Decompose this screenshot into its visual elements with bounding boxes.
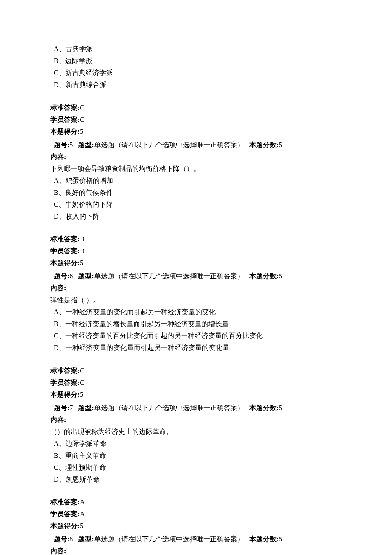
q7-no: 7: [69, 404, 73, 411]
label-stu-answer: 学员答案:: [50, 510, 80, 517]
label-points: 本题分数:: [249, 141, 279, 148]
q5-stu-answer-value: B: [80, 247, 84, 254]
label-earned: 本题得分:: [50, 259, 80, 266]
label-type: 题型:: [78, 272, 94, 280]
q5-std-answer-value: B: [80, 235, 84, 243]
q7-std-answer-value: A: [80, 498, 85, 506]
label-type: 题型:: [78, 141, 94, 148]
q6-stu-answer: 学员答案:C: [50, 377, 342, 389]
label-earned: 本题得分:: [50, 391, 80, 398]
label-stu-answer: 学员答案:: [50, 247, 80, 254]
q6-std-answer-value: C: [80, 367, 84, 374]
q5-no: 5: [69, 141, 73, 148]
q5-stem: 下列哪一项会导致粮食制品的均衡价格下降（）。: [50, 163, 342, 175]
page: A、古典学派 B、边际学派 C、新古典经济学派 D、新古典综合派 标准答案:C …: [0, 0, 392, 555]
q5-earned: 本题得分:5: [50, 257, 342, 269]
q7-header: 题号:7 题型:单选题（请在以下几个选项中选择唯一正确答案） 本题分数:5: [50, 402, 342, 414]
label-std-answer: 标准答案:: [50, 104, 80, 111]
q8-points: 5: [279, 535, 282, 543]
q7-option-d: D、凯恩斯革命: [50, 474, 342, 486]
q4-earned: 本题得分:5: [50, 126, 342, 138]
q5-type: 单选题（请在以下几个选项中选择唯一正确答案）: [94, 141, 244, 148]
q4-option-d: D、新古典综合派: [50, 79, 342, 91]
label-points: 本题分数:: [249, 404, 279, 411]
q8-no: 8: [69, 535, 73, 543]
q6-earned: 本题得分:5: [50, 389, 342, 401]
q6-header: 题号:6 题型:单选题（请在以下几个选项中选择唯一正确答案） 本题分数:5: [50, 270, 342, 282]
q5-option-c: C、牛奶价格的下降: [50, 199, 342, 211]
q6-option-d: D、一种经济变量的变化量而引起另一种经济变量的变化量: [50, 342, 342, 354]
label-question-no: 题号:: [54, 404, 69, 411]
q5-earned-value: 5: [80, 259, 83, 266]
q6-stem: 弹性是指（ ）。: [50, 294, 342, 306]
label-question-no: 题号:: [54, 535, 69, 543]
label-std-answer: 标准答案:: [50, 235, 80, 243]
label-earned: 本题得分:: [50, 128, 80, 135]
label-content: 内容:: [50, 414, 342, 426]
q8-head-cell: 题号:8 题型:单选题（请在以下几个选项中选择唯一正确答案） 本题分数:5 内容…: [49, 533, 343, 555]
q7-type: 单选题（请在以下几个选项中选择唯一正确答案）: [94, 404, 244, 411]
q6-no: 6: [69, 272, 73, 280]
q5-points: 5: [279, 141, 282, 148]
label-std-answer: 标准答案:: [50, 367, 80, 374]
q4-stu-answer-value: C: [80, 116, 84, 123]
q5-cell: 题号:5 题型:单选题（请在以下几个选项中选择唯一正确答案） 本题分数:5 内容…: [49, 139, 343, 271]
label-content: 内容:: [50, 282, 342, 294]
q4-earned-value: 5: [80, 128, 83, 135]
q6-option-c: C、一种经济变量的百分比变化而引起的另一种经济变量的百分比变化: [50, 330, 342, 342]
q7-cell: 题号:7 题型:单选题（请在以下几个选项中选择唯一正确答案） 本题分数:5 内容…: [49, 402, 343, 534]
q5-stu-answer: 学员答案:B: [50, 245, 342, 257]
q4-stu-answer: 学员答案:C: [50, 114, 342, 126]
label-points: 本题分数:: [249, 535, 279, 543]
q7-stem: （）的出现被称为经济史上的边际革命。: [50, 426, 342, 438]
q6-points: 5: [279, 272, 282, 280]
label-content: 内容:: [50, 545, 342, 555]
q7-stu-answer: 学员答案:A: [50, 508, 342, 520]
q7-points: 5: [279, 404, 282, 411]
q4-tail-cell: A、古典学派 B、边际学派 C、新古典经济学派 D、新古典综合派 标准答案:C …: [49, 43, 343, 139]
q6-option-a: A、一种经济变量的变化而引起另一种经济变量的变化: [50, 306, 342, 318]
q6-earned-value: 5: [80, 391, 83, 398]
spacer: [50, 91, 342, 102]
q6-type: 单选题（请在以下几个选项中选择唯一正确答案）: [94, 272, 244, 280]
label-earned: 本题得分:: [50, 522, 80, 529]
document-frame: A、古典学派 B、边际学派 C、新古典经济学派 D、新古典综合派 标准答案:C …: [49, 43, 343, 555]
label-type: 题型:: [78, 535, 94, 543]
q5-std-answer: 标准答案:B: [50, 233, 342, 245]
label-std-answer: 标准答案:: [50, 498, 80, 506]
spacer: [50, 354, 342, 365]
q7-earned: 本题得分:5: [50, 520, 342, 532]
label-question-no: 题号:: [54, 141, 69, 148]
q8-header: 题号:8 题型:单选题（请在以下几个选项中选择唯一正确答案） 本题分数:5: [50, 533, 342, 545]
q7-option-c: C、理性预期革命: [50, 462, 342, 474]
q6-cell: 题号:6 题型:单选题（请在以下几个选项中选择唯一正确答案） 本题分数:5 内容…: [49, 270, 343, 402]
q7-option-a: A、边际学派革命: [50, 438, 342, 450]
q6-stu-answer-value: C: [80, 379, 84, 386]
label-content: 内容:: [50, 151, 342, 163]
q7-earned-value: 5: [80, 522, 83, 529]
q8-type: 单选题（请在以下几个选项中选择唯一正确答案）: [94, 535, 244, 543]
q6-option-b: B、一种经济变量的增长量而引起另一种经济变量的增长量: [50, 318, 342, 330]
label-stu-answer: 学员答案:: [50, 379, 80, 386]
q4-option-b: B、边际学派: [50, 55, 342, 67]
q4-option-c: C、新古典经济学派: [50, 67, 342, 79]
q4-option-a: A、古典学派: [50, 43, 342, 55]
q6-std-answer: 标准答案:C: [50, 365, 342, 377]
q5-option-d: D、收入的下降: [50, 211, 342, 223]
spacer: [50, 223, 342, 234]
q5-option-b: B、良好的气候条件: [50, 187, 342, 199]
spacer: [50, 486, 342, 497]
label-type: 题型:: [78, 404, 94, 411]
q7-std-answer: 标准答案:A: [50, 496, 342, 508]
q4-std-answer-value: C: [80, 104, 84, 111]
label-points: 本题分数:: [249, 272, 279, 280]
q4-std-answer: 标准答案:C: [50, 102, 342, 114]
label-stu-answer: 学员答案:: [50, 116, 80, 123]
q5-option-a: A、鸡蛋价格的增加: [50, 175, 342, 187]
q7-option-b: B、重商主义革命: [50, 450, 342, 462]
q7-stu-answer-value: A: [80, 510, 85, 517]
label-question-no: 题号:: [54, 272, 69, 280]
q5-header: 题号:5 题型:单选题（请在以下几个选项中选择唯一正确答案） 本题分数:5: [50, 139, 342, 151]
